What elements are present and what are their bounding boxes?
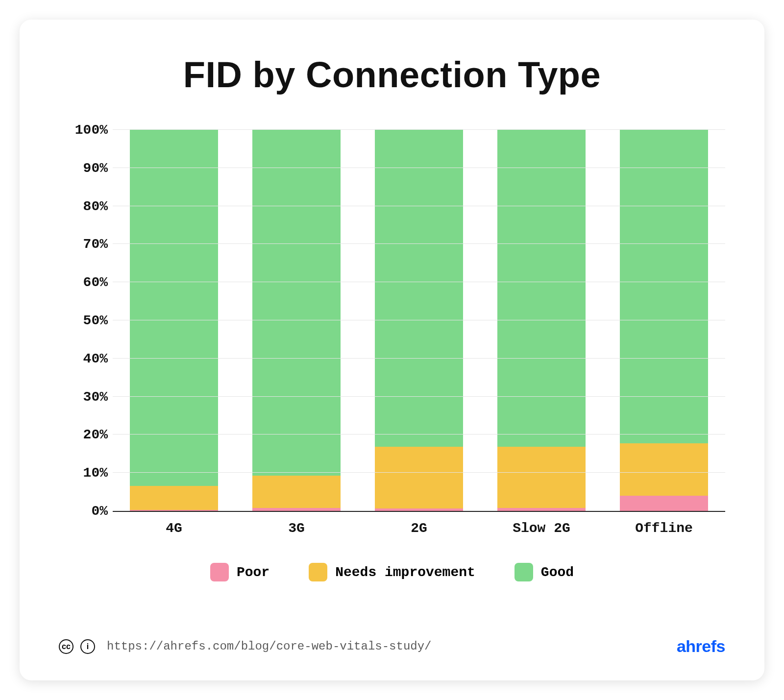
y-tick-label: 10% bbox=[59, 465, 108, 481]
swatch-needs bbox=[309, 563, 327, 581]
y-tick-label: 70% bbox=[59, 237, 108, 252]
bar-segment-poor bbox=[252, 508, 341, 511]
x-tick-label: 3G bbox=[252, 521, 341, 536]
bar-column bbox=[252, 130, 341, 511]
legend-label-needs: Needs improvement bbox=[335, 565, 475, 580]
y-tick-label: 80% bbox=[59, 198, 108, 214]
plot-area: 0%10%20%30%40%50%60%70%80%90%100% bbox=[113, 130, 725, 512]
y-tick-label: 20% bbox=[59, 427, 108, 442]
swatch-good bbox=[514, 563, 533, 581]
bar-segment-poor bbox=[375, 508, 463, 511]
gridline bbox=[113, 396, 725, 397]
attribution-icon: i bbox=[80, 639, 95, 654]
gridline bbox=[113, 243, 725, 244]
bar-segment-good bbox=[252, 130, 341, 476]
bar-segment-poor bbox=[130, 510, 218, 511]
y-tick-label: 100% bbox=[59, 122, 108, 138]
y-tick-label: 60% bbox=[59, 275, 108, 290]
bar-column bbox=[497, 130, 586, 511]
y-tick-label: 30% bbox=[59, 389, 108, 404]
chart-title: FID by Connection Type bbox=[59, 54, 725, 96]
bar-segment-poor bbox=[497, 508, 586, 511]
y-tick-label: 0% bbox=[59, 504, 108, 519]
x-tick-label: Offline bbox=[620, 521, 708, 536]
gridline bbox=[113, 434, 725, 434]
gridline bbox=[113, 358, 725, 359]
y-tick-label: 50% bbox=[59, 313, 108, 328]
bar-segment-good bbox=[375, 130, 463, 447]
gridline bbox=[113, 206, 725, 206]
gridline bbox=[113, 129, 725, 130]
bar-column bbox=[130, 130, 218, 511]
swatch-poor bbox=[210, 563, 229, 581]
legend-item-good: Good bbox=[514, 563, 574, 581]
legend-label-poor: Poor bbox=[237, 565, 270, 580]
gridline bbox=[113, 472, 725, 473]
footer-left: cc i https://ahrefs.com/blog/core-web-vi… bbox=[59, 639, 432, 654]
cc-license-icon: cc bbox=[59, 639, 74, 654]
legend-label-good: Good bbox=[541, 565, 574, 580]
bar-segment-needs-improvement bbox=[252, 476, 341, 508]
bar-segment-good bbox=[130, 130, 218, 486]
bar-segment-good bbox=[497, 130, 586, 447]
brand-logo: ahrefs bbox=[677, 637, 725, 656]
x-tick-label: 2G bbox=[375, 521, 463, 536]
legend: Poor Needs improvement Good bbox=[59, 563, 725, 581]
legend-item-needs: Needs improvement bbox=[309, 563, 475, 581]
y-tick-label: 40% bbox=[59, 351, 108, 366]
gridline bbox=[113, 320, 725, 320]
bar-segment-poor bbox=[620, 496, 708, 511]
bar-segment-needs-improvement bbox=[620, 443, 708, 496]
bar-segment-needs-improvement bbox=[375, 447, 463, 508]
bar-segment-needs-improvement bbox=[497, 447, 586, 507]
x-tick-label: 4G bbox=[130, 521, 218, 536]
gridline bbox=[113, 168, 725, 168]
chart-card: FID by Connection Type 0%10%20%30%40%50%… bbox=[20, 20, 764, 680]
source-url: https://ahrefs.com/blog/core-web-vitals-… bbox=[107, 640, 432, 653]
bar-column bbox=[375, 130, 463, 511]
x-tick-label: Slow 2G bbox=[497, 521, 586, 536]
bar-column bbox=[620, 130, 708, 511]
legend-item-poor: Poor bbox=[210, 563, 270, 581]
footer: cc i https://ahrefs.com/blog/core-web-vi… bbox=[59, 637, 725, 656]
chart-area: 0%10%20%30%40%50%60%70%80%90%100% 4G3G2G… bbox=[59, 130, 725, 581]
bar-segment-needs-improvement bbox=[130, 486, 218, 509]
x-axis-labels: 4G3G2GSlow 2GOffline bbox=[113, 521, 725, 536]
y-tick-label: 90% bbox=[59, 160, 108, 175]
bar-group bbox=[113, 130, 725, 511]
gridline bbox=[113, 282, 725, 282]
